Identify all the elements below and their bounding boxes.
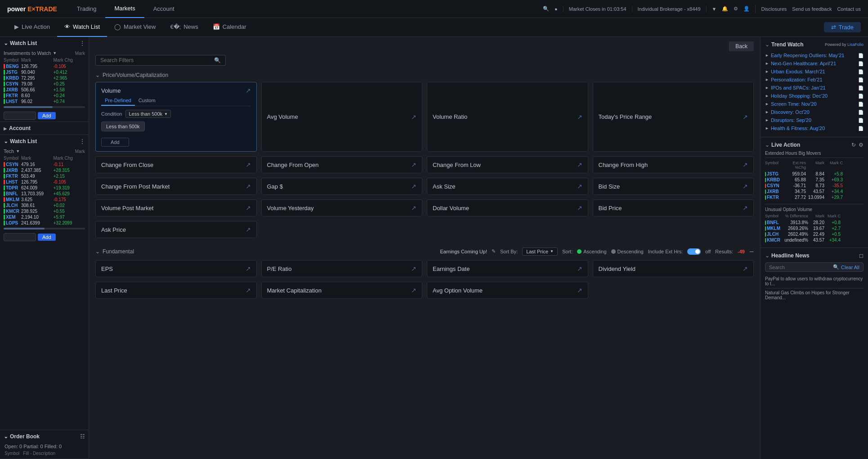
news-item-1[interactable]: PayPal to allow users to withdraw crypto…: [765, 274, 864, 288]
gear-icon[interactable]: ⚙: [734, 6, 738, 12]
expand-icon-ed[interactable]: ↗: [577, 265, 582, 272]
earnings-date-card[interactable]: Earnings Date ↗: [427, 260, 588, 277]
eps-card[interactable]: EPS ↗: [95, 260, 257, 277]
list-item[interactable]: LHST 96.02 +0.74: [0, 99, 89, 104]
more-icon[interactable]: ⋮: [80, 40, 85, 46]
document-icon[interactable]: 📄: [858, 118, 864, 123]
bell-icon[interactable]: 🔔: [722, 6, 728, 12]
market-cap-card[interactable]: Market Capitalization ↗: [261, 282, 423, 299]
expand-icon-mc[interactable]: ↗: [411, 287, 416, 294]
list-item[interactable]: MKLM 3.625 -0.175: [0, 197, 89, 202]
trend-item[interactable]: ► Discovery: Oct'20 📄: [765, 108, 864, 116]
document-icon[interactable]: 📄: [858, 102, 864, 107]
avg-option-volume-card[interactable]: Avg Option Volume ↗: [427, 282, 588, 299]
list-item[interactable]: FKTR 8.60 +0.24: [0, 93, 89, 99]
list-item[interactable]: CSYN 479.16 -0.11: [0, 162, 89, 167]
sort-by-select[interactable]: Last Price ▼: [522, 248, 558, 256]
tab-custom[interactable]: Custom: [135, 97, 159, 106]
change-from-post-market-card[interactable]: Change From Post Market ↗: [95, 178, 257, 195]
list-item[interactable]: JXRB 506.66 +1.58: [0, 87, 89, 93]
dividend-yield-card[interactable]: Dividend Yield ↗: [593, 260, 754, 277]
trend-item[interactable]: ► Disruptors: Sep'20 📄: [765, 116, 864, 124]
change-from-low-card[interactable]: Change From Low ↗: [427, 156, 588, 173]
list-item[interactable]: FKTR 503.49 +2.15: [0, 173, 89, 179]
watchlist-2-subtitle[interactable]: Tech ▼ Mark: [0, 148, 89, 156]
tab-predefined[interactable]: Pre-Defined: [101, 97, 135, 106]
nav-feedback[interactable]: Send us feedback: [792, 6, 832, 12]
volume-ratio-card[interactable]: Volume Ratio ↗: [427, 82, 588, 152]
order-book-header[interactable]: ⌄ Order Book ☷: [0, 430, 89, 443]
expand-icon-avg[interactable]: ↗: [411, 113, 416, 121]
list-item[interactable]: KMCR 238.925 +0.55: [0, 208, 89, 214]
expand-icon-cfpm[interactable]: ↗: [246, 183, 251, 190]
volume-yesterday-card[interactable]: Volume Yesterday ↗: [261, 199, 423, 216]
search-icon[interactable]: 🔍: [214, 57, 221, 63]
clear-all-button[interactable]: Clear All: [841, 265, 859, 270]
expand-icon-vy[interactable]: ↗: [411, 204, 416, 212]
document-icon[interactable]: 📄: [858, 61, 864, 66]
watchlist-2-add-button[interactable]: Add: [38, 234, 56, 241]
chevron-down-icon-tw[interactable]: ⌄: [765, 41, 770, 48]
expand-icon-ap[interactable]: ↗: [246, 226, 251, 233]
change-from-open-card[interactable]: Change From Open ↗: [261, 156, 423, 173]
account-section[interactable]: ▶ Account: [0, 122, 89, 135]
gap-dollar-card[interactable]: Gap $ ↗: [261, 178, 423, 195]
list-item[interactable]: FKTR 27.72 13.0994 +29.7: [765, 194, 864, 200]
expand-icon-gd[interactable]: ↗: [411, 183, 416, 190]
expand-icon-cfh[interactable]: ↗: [743, 161, 748, 168]
ask-price-card[interactable]: Ask Price ↗: [95, 221, 257, 238]
search-icon[interactable]: 🔍: [543, 6, 549, 12]
change-from-high-card[interactable]: Change From High ↗: [593, 156, 754, 173]
condition-dropdown[interactable]: Less than 500k ▼: [125, 110, 171, 118]
expand-icon-aov[interactable]: ↗: [577, 287, 582, 294]
trend-item[interactable]: ► Holiday Shopping: Dec'20 📄: [765, 92, 864, 100]
ext-hrs-toggle[interactable]: [687, 248, 701, 255]
trend-item[interactable]: ► Screen Time: Nov'20 📄: [765, 100, 864, 108]
avg-volume-card[interactable]: Avg Volume ↗: [261, 82, 423, 152]
list-item[interactable]: LHST 126.795 -0.105: [0, 179, 89, 185]
document-icon[interactable]: 📄: [858, 126, 864, 131]
bid-size-card[interactable]: Bid Size ↗: [593, 178, 754, 195]
search-icon-news[interactable]: 🔍: [833, 264, 839, 270]
news-search-input[interactable]: [769, 265, 833, 270]
bookmark-icon[interactable]: ●: [555, 6, 558, 12]
settings-icon[interactable]: ⚙: [859, 142, 864, 148]
document-icon[interactable]: 📄: [858, 69, 864, 74]
nav-disclosures[interactable]: Disclosures: [761, 6, 787, 12]
trend-item[interactable]: ► Next-Gen Healthcare: April'21 📄: [765, 59, 864, 68]
list-item[interactable]: JLCH 2602.49% 22.49 +0.5: [765, 231, 864, 237]
list-item[interactable]: XEM 2,194.10 +5.97: [0, 214, 89, 220]
bid-price-card[interactable]: Bid Price ↗: [593, 199, 754, 216]
ascending-radio[interactable]: Ascending: [577, 249, 606, 254]
list-item[interactable]: BNFL 13,703.359 +45.629: [0, 191, 89, 197]
pe-ratio-card[interactable]: P/E Ratio ↗: [261, 260, 423, 277]
expand-icon-tpr[interactable]: ↗: [743, 113, 748, 121]
document-icon[interactable]: 📄: [858, 110, 864, 115]
list-item[interactable]: KMCR undefined% 43.57 +34.4: [765, 237, 864, 243]
todays-price-range-card[interactable]: Today's Price Range ↗: [593, 82, 754, 152]
list-item[interactable]: CSYN -36.71 8.73 -35.5: [765, 183, 864, 189]
nav-trading[interactable]: Trading: [68, 0, 106, 18]
watchlist-2-add-input[interactable]: [4, 233, 36, 241]
sub-nav-live-action[interactable]: ▶ Live Action: [7, 18, 57, 37]
expand-icon-lp[interactable]: ↗: [246, 287, 251, 294]
list-item[interactable]: KRBD 65.88 7.35 +69.3: [765, 177, 864, 183]
chevron-down-icon-la[interactable]: ⌄: [765, 142, 770, 148]
user-icon[interactable]: 👤: [743, 6, 750, 12]
nav-markets[interactable]: Markets: [105, 0, 144, 18]
list-item[interactable]: JSTG 959.04 8.84 +5.8: [765, 171, 864, 177]
sub-nav-watch-list[interactable]: 👁 Watch List: [57, 18, 107, 37]
fundamental-title-wrap[interactable]: ⌄ Fundamental: [95, 248, 134, 255]
watchlist-2-scrollbar[interactable]: [4, 228, 85, 230]
watchlist-1-add-button[interactable]: Add: [38, 112, 56, 119]
change-from-close-card[interactable]: Change From Close ↗: [95, 156, 257, 173]
expand-icon-as[interactable]: ↗: [577, 183, 582, 190]
expand-icon-dy[interactable]: ↗: [743, 265, 748, 272]
trend-item[interactable]: ► Health & Fitness: Aug'20 📄: [765, 124, 864, 132]
list-item[interactable]: MKLM 2669.26% 19.67 +2.7: [765, 225, 864, 231]
document-icon[interactable]: 📄: [858, 86, 864, 90]
sub-nav-news[interactable]: €�; News: [163, 18, 205, 37]
trade-button[interactable]: ⇄ Trade: [824, 22, 861, 32]
add-filter-button[interactable]: Add: [101, 138, 129, 147]
document-icon[interactable]: 📄: [858, 77, 864, 82]
